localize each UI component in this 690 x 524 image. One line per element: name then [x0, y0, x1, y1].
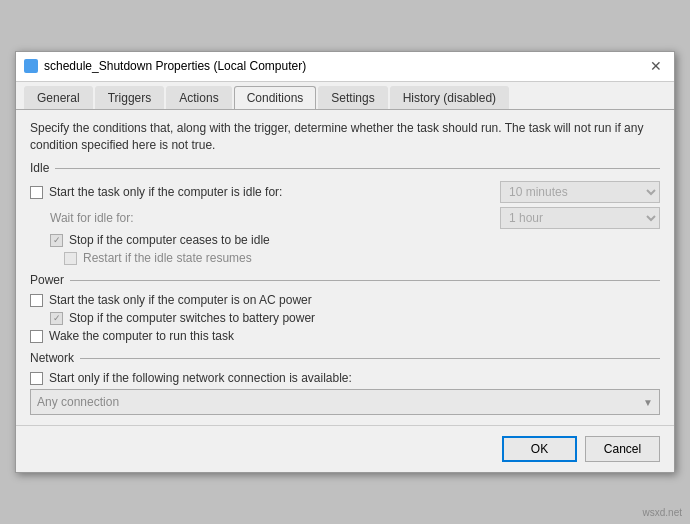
idle-start-checkbox[interactable]: [30, 186, 43, 199]
tab-settings[interactable]: Settings: [318, 86, 387, 109]
idle-start-label: Start the task only if the computer is i…: [49, 185, 282, 199]
dropdown-arrow-icon: ▼: [643, 397, 653, 408]
idle-duration-dropdown[interactable]: 10 minutes: [500, 181, 660, 203]
window-icon: [24, 59, 38, 73]
cancel-button[interactable]: Cancel: [585, 436, 660, 462]
window-title: schedule_Shutdown Properties (Local Comp…: [44, 59, 306, 73]
main-window: schedule_Shutdown Properties (Local Comp…: [15, 51, 675, 474]
idle-duration-select[interactable]: 10 minutes: [500, 181, 660, 203]
idle-divider: [55, 168, 660, 169]
power-ac-checkbox[interactable]: [30, 294, 43, 307]
tab-actions[interactable]: Actions: [166, 86, 231, 109]
watermark: wsxd.net: [643, 507, 682, 518]
idle-stop-checkbox[interactable]: [50, 234, 63, 247]
idle-restart-checkbox[interactable]: [64, 252, 77, 265]
idle-stop-label: Stop if the computer ceases to be idle: [69, 233, 270, 247]
power-label: Power: [30, 273, 64, 287]
idle-wait-row: Wait for idle for: 1 hour: [50, 207, 660, 229]
title-bar: schedule_Shutdown Properties (Local Comp…: [16, 52, 674, 82]
power-ac-label: Start the task only if the computer is o…: [49, 293, 312, 307]
power-divider: [70, 280, 660, 281]
tab-general[interactable]: General: [24, 86, 93, 109]
idle-wait-select[interactable]: 1 hour: [500, 207, 660, 229]
tab-history[interactable]: History (disabled): [390, 86, 509, 109]
tab-bar: General Triggers Actions Conditions Sett…: [16, 82, 674, 110]
power-battery-checkbox[interactable]: [50, 312, 63, 325]
idle-wait-dropdown[interactable]: 1 hour: [500, 207, 660, 229]
idle-restart-row: Restart if the idle state resumes: [64, 251, 660, 265]
network-start-row: Start only if the following network conn…: [30, 371, 660, 385]
power-wake-label: Wake the computer to run this task: [49, 329, 234, 343]
tab-content: Specify the conditions that, along with …: [16, 110, 674, 426]
network-start-label: Start only if the following network conn…: [49, 371, 352, 385]
network-section-header: Network: [30, 351, 660, 365]
close-button[interactable]: ✕: [646, 56, 666, 76]
network-start-checkbox[interactable]: [30, 372, 43, 385]
network-label: Network: [30, 351, 74, 365]
network-connection-placeholder: Any connection: [37, 395, 119, 409]
idle-wait-label: Wait for idle for:: [50, 211, 134, 225]
tab-conditions[interactable]: Conditions: [234, 86, 317, 109]
power-wake-row: Wake the computer to run this task: [30, 329, 660, 343]
title-bar-left: schedule_Shutdown Properties (Local Comp…: [24, 59, 306, 73]
power-ac-row: Start the task only if the computer is o…: [30, 293, 660, 307]
power-battery-row: Stop if the computer switches to battery…: [50, 311, 660, 325]
ok-button[interactable]: OK: [502, 436, 577, 462]
idle-start-row: Start the task only if the computer is i…: [30, 181, 660, 203]
description-text: Specify the conditions that, along with …: [30, 120, 660, 154]
power-battery-label: Stop if the computer switches to battery…: [69, 311, 315, 325]
idle-label: Idle: [30, 161, 49, 175]
idle-stop-row: Stop if the computer ceases to be idle: [50, 233, 660, 247]
idle-section-header: Idle: [30, 161, 660, 175]
network-connection-dropdown[interactable]: Any connection ▼: [30, 389, 660, 415]
power-wake-checkbox[interactable]: [30, 330, 43, 343]
footer: OK Cancel: [16, 425, 674, 472]
idle-restart-label: Restart if the idle state resumes: [83, 251, 252, 265]
tab-triggers[interactable]: Triggers: [95, 86, 165, 109]
network-divider: [80, 358, 660, 359]
power-section-header: Power: [30, 273, 660, 287]
